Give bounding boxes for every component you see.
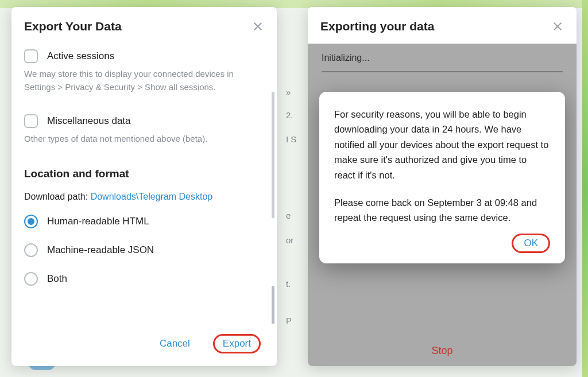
download-path-row: Download path: Downloads\Telegram Deskto… <box>24 192 264 202</box>
security-delay-popup: For security reasons, you will be able t… <box>319 92 565 263</box>
scrollbar-thumb[interactable] <box>272 92 274 218</box>
export-settings-dialog: Export Your Data Active sessions We may … <box>11 7 277 366</box>
radio-json[interactable]: Machine-readable JSON <box>24 243 264 257</box>
background-text: » 2. I S e or t. P <box>286 7 307 366</box>
option-label: Active sessions <box>47 50 114 62</box>
radio-unchecked-icon[interactable] <box>24 243 38 257</box>
option-hint: We may store this to display your connec… <box>24 68 264 94</box>
close-icon[interactable] <box>551 20 564 33</box>
dialog-title: Exporting your data <box>320 20 434 33</box>
status-text: Initializing... <box>308 44 577 65</box>
radio-label: Machine-readable JSON <box>47 244 154 256</box>
radio-label: Both <box>47 273 67 285</box>
popup-paragraph: Please come back on September 3 at 09:48… <box>334 195 550 226</box>
cancel-button[interactable]: Cancel <box>154 335 196 353</box>
radio-unchecked-icon[interactable] <box>24 272 38 286</box>
option-hint: Other types of data not mentioned above … <box>24 133 264 146</box>
download-path-link[interactable]: Downloads\Telegram Desktop <box>91 192 213 201</box>
section-location-format: Location and format <box>24 168 264 180</box>
popup-paragraph: For security reasons, you will be able t… <box>334 107 550 182</box>
option-misc-data[interactable]: Miscellaneous data <box>24 114 264 128</box>
scrollbar-thumb[interactable] <box>272 286 274 324</box>
ok-button[interactable]: OK <box>521 238 540 249</box>
export-button[interactable]: Export <box>223 338 251 349</box>
checkbox-unchecked-icon[interactable] <box>24 49 38 63</box>
progress-rule <box>322 71 563 72</box>
highlight-ring: Export <box>213 334 261 353</box>
modal-scrim: Initializing... For security reasons, yo… <box>308 44 577 366</box>
dialog-title: Export Your Data <box>24 20 122 33</box>
option-label: Miscellaneous data <box>47 115 131 127</box>
stop-button[interactable]: Stop <box>308 345 577 357</box>
export-progress-dialog: Exporting your data Initializing... For … <box>308 7 577 366</box>
close-icon[interactable] <box>252 20 264 33</box>
highlight-ring: OK <box>512 234 550 253</box>
checkbox-unchecked-icon[interactable] <box>24 114 38 128</box>
radio-both[interactable]: Both <box>24 272 264 286</box>
radio-label: Human-readable HTML <box>47 216 149 227</box>
download-path-label: Download path: <box>24 192 91 201</box>
radio-html[interactable]: Human-readable HTML <box>24 215 264 228</box>
option-active-sessions[interactable]: Active sessions <box>24 49 264 63</box>
format-radio-group: Human-readable HTML Machine-readable JSO… <box>24 215 264 286</box>
radio-checked-icon[interactable] <box>24 215 38 228</box>
